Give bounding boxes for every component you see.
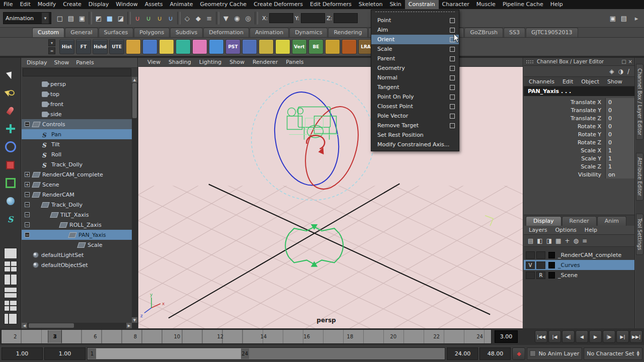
menu-bar-item[interactable]: Create (59, 0, 85, 9)
option-box-icon[interactable] (450, 66, 455, 71)
channel-row[interactable]: Scale X 1 (524, 146, 634, 154)
shelf-button[interactable]: BE (308, 39, 324, 54)
menu-bar-item[interactable]: Skeleton (355, 0, 386, 9)
viewport-canvas[interactable]: x y z persp (138, 67, 523, 328)
auto-keyframe-toggle[interactable] (512, 347, 525, 360)
range-end-handle[interactable]: 24 (241, 348, 249, 359)
layer-editor-menu-item[interactable]: Options (555, 227, 576, 233)
menu-item[interactable]: Set Rest Position (371, 130, 459, 140)
shelf-button[interactable] (176, 39, 191, 54)
channel-box-menu-item[interactable]: Object (581, 78, 599, 85)
outliner-node-row[interactable]: side (22, 109, 137, 119)
playback-button[interactable]: ▶ (589, 330, 602, 343)
y-input[interactable] (301, 13, 325, 23)
channel-box-menu-item[interactable]: Edit (562, 78, 573, 85)
playback-button[interactable]: |▶ (603, 330, 615, 343)
shelf-button[interactable]: Vert (292, 39, 307, 54)
shelf-button[interactable] (342, 39, 357, 54)
outliner-node-row[interactable]: Tilt (22, 139, 137, 149)
channel-value-field[interactable]: 0 (605, 130, 634, 138)
animation-end-field[interactable]: 48.00 (479, 347, 511, 360)
menu-bar-item[interactable]: Pipeline Cache (499, 0, 547, 9)
tool-icon[interactable] (3, 212, 18, 227)
shelf-button[interactable]: Hist (59, 39, 74, 54)
current-time-field[interactable]: 3.00 (495, 330, 518, 343)
menu-item[interactable]: Point On Poly (371, 92, 459, 102)
status-line-icon[interactable]: ∪ (165, 12, 176, 24)
option-box-icon[interactable] (450, 37, 455, 42)
scroll-up-icon[interactable]: ▲ (132, 77, 137, 82)
tool-icon[interactable] (3, 67, 18, 82)
outliner-node-row[interactable]: defaultLightSet (22, 250, 137, 260)
outliner-node-row[interactable]: top (22, 89, 137, 99)
tool-icon[interactable] (3, 175, 18, 191)
sidebar-toggle-icon[interactable]: ▤ (618, 12, 629, 24)
status-line-icon[interactable]: ◉ (231, 12, 243, 24)
menu-item[interactable]: Pole Vector (371, 111, 459, 121)
menu-bar-item[interactable]: Animate (166, 0, 196, 9)
shelf-tab[interactable]: Polygons (134, 28, 170, 37)
outliner-node-row[interactable]: Roll (22, 149, 137, 159)
layout-button[interactable] (4, 274, 17, 285)
expand-toggle-icon[interactable] (25, 212, 30, 217)
shelf-button[interactable] (242, 39, 257, 54)
status-line-icon[interactable]: ■ (104, 12, 115, 24)
outliner-node-row[interactable]: Pan (22, 129, 137, 139)
outliner-node-row[interactable]: persp (22, 79, 137, 89)
outliner-node-row[interactable]: RenderCAM (22, 190, 137, 200)
scroll-right-icon[interactable]: ▶ (126, 323, 132, 328)
tool-icon[interactable] (3, 121, 18, 136)
menu-item[interactable]: Tangent (371, 82, 459, 92)
outliner-node-row[interactable]: front (22, 99, 137, 109)
shelf-button[interactable]: Hshd (93, 39, 108, 54)
layer-toolbar-icon[interactable]: + (565, 237, 570, 244)
channel-toolbar-icon[interactable]: ◑ (618, 68, 623, 75)
layout-button[interactable] (4, 287, 17, 298)
channel-box-menu-item[interactable]: Show (607, 78, 622, 85)
dock-title-bar[interactable]: Channel Box / Layer Editor □× (524, 58, 634, 66)
status-line-icon[interactable]: ◎ (243, 12, 254, 24)
playback-button[interactable]: |◀ (548, 330, 561, 343)
status-line-icon[interactable]: ◩ (93, 12, 104, 24)
channel-row[interactable]: Translate Z 0 (524, 114, 634, 122)
layer-row[interactable]: R _Scene (524, 270, 634, 280)
menu-item[interactable]: Normal (371, 73, 459, 82)
scroll-down-icon[interactable]: ▼ (132, 317, 137, 323)
outliner-menu-item[interactable]: Display (27, 59, 47, 66)
layer-editor-tab[interactable]: Display (526, 216, 561, 226)
expand-toggle-icon[interactable] (25, 192, 30, 197)
outliner-node-row[interactable]: Controls (22, 119, 137, 129)
status-line-icon[interactable]: ▣ (76, 12, 88, 24)
animation-start-field[interactable]: 1.00 (2, 347, 43, 360)
layer-display-type-toggle[interactable] (536, 261, 545, 269)
sidebar-toggle-icon[interactable]: ▣ (607, 12, 618, 24)
shelf-button[interactable]: PST (225, 39, 240, 54)
outliner-node-row[interactable]: Scale (22, 240, 137, 250)
shelf-button[interactable] (259, 39, 274, 54)
tool-icon[interactable] (3, 157, 18, 172)
layer-row[interactable]: _RenderCAM_complete (524, 250, 634, 260)
channel-row[interactable]: Scale Y 1 (524, 154, 634, 162)
menu-item[interactable]: Aim (371, 25, 459, 35)
layer-display-type-toggle[interactable] (536, 251, 545, 259)
menu-item[interactable]: Closest Point (371, 102, 459, 111)
menu-bar-item[interactable]: Modify (34, 0, 59, 9)
playback-button[interactable]: ▶| (616, 330, 629, 343)
shelf-tab[interactable]: Animation (250, 28, 289, 37)
channel-value-field[interactable]: 0 (605, 114, 634, 122)
channel-box-node-name[interactable]: PAN_Yaxis . . . (524, 86, 634, 96)
playback-start-field[interactable]: 1.00 (44, 347, 86, 360)
scrollbar-thumb[interactable] (132, 83, 137, 118)
dock-tab[interactable]: Tool Settings (636, 214, 643, 255)
layer-display-type-toggle[interactable]: R (536, 272, 545, 279)
menu-item[interactable]: Parent (371, 54, 459, 63)
status-line-icon[interactable]: ∪ (143, 12, 154, 24)
menu-item[interactable]: Scale (371, 44, 459, 54)
menu-bar-item[interactable]: Display (85, 0, 113, 9)
tool-icon[interactable] (3, 103, 18, 118)
option-box-icon[interactable] (450, 123, 455, 128)
outliner-node-row[interactable]: Scene (22, 179, 137, 190)
channel-row[interactable]: Visibility on (524, 170, 634, 178)
menu-bar-item[interactable]: Edit Deformers (306, 0, 355, 9)
outliner-menu-item[interactable]: Show (54, 59, 69, 66)
